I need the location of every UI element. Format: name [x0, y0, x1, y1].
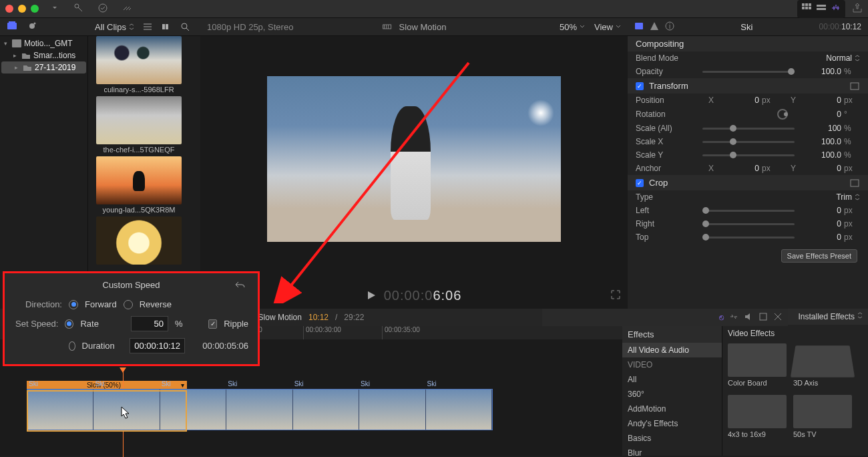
- library-icon[interactable]: [7, 21, 17, 33]
- effect-tile[interactable]: 50s TV: [793, 395, 852, 438]
- crop-type-dropdown[interactable]: Trim: [836, 192, 860, 202]
- opacity-value[interactable]: 100.0: [801, 67, 841, 76]
- svg-text:i: i: [669, 23, 670, 30]
- effects-cat-item[interactable]: AddMotion: [622, 402, 722, 416]
- effects-cat-item[interactable]: Basics: [622, 431, 722, 446]
- save-preset-button[interactable]: Save Effects Preset: [781, 249, 857, 263]
- opacity-slider[interactable]: [702, 71, 795, 73]
- svg-rect-9: [817, 8, 826, 10]
- installed-effects-dropdown[interactable]: Installed Effects: [799, 312, 863, 321]
- speed-rate-radio[interactable]: [65, 319, 73, 329]
- viewer-timecode: 00:00:06:06: [384, 288, 462, 303]
- sidebar-item-smart[interactable]: ▸Smar...tions: [0, 49, 87, 61]
- effect-thumbnail: [728, 395, 787, 428]
- ripple-checkbox[interactable]: [208, 319, 217, 329]
- undo-button[interactable]: [235, 280, 246, 291]
- crop-top-field[interactable]: 0: [801, 233, 841, 242]
- effect-tile[interactable]: Color Board: [728, 343, 787, 387]
- transform-reset-icon[interactable]: [849, 82, 860, 91]
- info-inspector-icon[interactable]: i: [665, 21, 674, 33]
- chevron-updown-icon: [129, 23, 134, 30]
- browser-clip[interactable]: culinary-s...-5968LFR: [88, 36, 200, 96]
- zoom-dropdown[interactable]: 50%: [560, 22, 585, 32]
- import-icon[interactable]: [49, 3, 60, 15]
- effects-cat-item[interactable]: Blur: [622, 446, 722, 457]
- svg-point-1: [99, 4, 107, 12]
- speed-duration-radio[interactable]: [69, 341, 75, 351]
- view-dropdown[interactable]: View: [594, 22, 621, 32]
- background-tasks-icon[interactable]: [97, 3, 108, 15]
- close-icon[interactable]: [5, 5, 13, 13]
- effects-tab-icon[interactable]: ⎋: [719, 313, 724, 322]
- crop-top-slider[interactable]: [702, 237, 795, 239]
- close-panel-icon[interactable]: [773, 312, 783, 323]
- minimize-icon[interactable]: [18, 5, 26, 13]
- crop-left-field[interactable]: 0: [801, 206, 841, 215]
- timeline-clip[interactable]: Ski Ski Ski Ski Ski Ski Ski: [27, 389, 493, 430]
- video-inspector-icon[interactable]: [634, 21, 644, 33]
- scale-y-slider[interactable]: [702, 154, 795, 156]
- anchor-y-field[interactable]: 0: [801, 164, 841, 173]
- crop-checkbox[interactable]: [636, 179, 644, 187]
- crop-header[interactable]: Crop: [628, 175, 868, 190]
- scale-x-slider[interactable]: [702, 141, 795, 143]
- filmstrip-view-icon[interactable]: [161, 21, 172, 32]
- sidebar-item-date[interactable]: ▸27-11-2019: [1, 61, 86, 73]
- audio-tab-icon[interactable]: [744, 312, 753, 323]
- direction-forward-radio[interactable]: [69, 300, 78, 309]
- share-tab-icon[interactable]: [758, 312, 768, 323]
- search-icon[interactable]: [180, 21, 190, 32]
- scale-all-slider[interactable]: [702, 128, 795, 130]
- effect-tile[interactable]: 4x3 to 16x9: [728, 395, 787, 438]
- direction-reverse-radio[interactable]: [124, 300, 133, 309]
- crop-right-slider[interactable]: [702, 223, 795, 225]
- timeline-layout-icon[interactable]: [816, 3, 827, 15]
- rotation-field[interactable]: 0: [801, 110, 841, 119]
- scale-all-field[interactable]: 100: [801, 124, 841, 133]
- transform-checkbox[interactable]: [636, 82, 644, 90]
- clip-browser: culinary-s...-5968LFR the-chef-i...5TGNE…: [88, 36, 200, 309]
- svg-rect-7: [809, 7, 811, 9]
- clip-thumbnail: [96, 156, 182, 204]
- scale-y-field[interactable]: 100.0: [801, 150, 841, 160]
- duration-field[interactable]: 00:00:10:12: [130, 338, 185, 353]
- clips-filter-dropdown[interactable]: All Clips: [95, 22, 134, 32]
- list-view-icon[interactable]: [142, 21, 153, 32]
- retime-menu-icon: [382, 21, 393, 32]
- crop-reset-icon[interactable]: [849, 178, 860, 188]
- effects-cat-item[interactable]: All: [622, 372, 722, 387]
- anchor-x-field[interactable]: 0: [719, 164, 759, 173]
- blend-mode-dropdown[interactable]: Normal: [826, 53, 860, 63]
- sidebar-item-motion[interactable]: ▾Motio..._GMT: [0, 37, 87, 49]
- effects-cat-all[interactable]: All Video & Audio: [622, 343, 722, 357]
- color-inspector-icon[interactable]: [650, 22, 658, 32]
- play-button[interactable]: [367, 288, 376, 303]
- crop-left-slider[interactable]: [702, 210, 795, 212]
- transform-header[interactable]: Transform: [628, 78, 868, 94]
- share-icon[interactable]: [852, 3, 863, 15]
- effects-cat-item[interactable]: 360°: [622, 387, 722, 402]
- rate-value-field[interactable]: 50: [131, 316, 168, 331]
- transitions-tab-icon[interactable]: [729, 312, 738, 323]
- browser-clip[interactable]: the-chef-i...5TGNEQF: [88, 96, 200, 156]
- titles-icon[interactable]: [47, 21, 57, 33]
- effect-tile[interactable]: 3D Axis: [793, 343, 852, 387]
- scale-x-field[interactable]: 100.0: [801, 137, 841, 146]
- enhance-icon[interactable]: [122, 3, 132, 15]
- browser-layout-icon[interactable]: [801, 3, 812, 15]
- effects-cat-item[interactable]: Andy's Effects: [622, 416, 722, 431]
- crop-right-field[interactable]: 0: [801, 219, 841, 228]
- photos-icon[interactable]: [27, 21, 37, 33]
- position-y-field[interactable]: 0: [801, 96, 841, 105]
- browser-clip[interactable]: [88, 216, 200, 269]
- position-x-field[interactable]: 0: [719, 96, 759, 105]
- rotation-dial[interactable]: [777, 109, 788, 120]
- timeline-position: 10:12: [308, 313, 329, 322]
- viewer-frame[interactable]: [267, 76, 561, 242]
- maximize-icon[interactable]: [31, 5, 39, 13]
- browser-clip[interactable]: young-lad...5QK3R8M: [88, 156, 200, 216]
- inspector-layout-icon[interactable]: [831, 3, 841, 15]
- fullscreen-button[interactable]: [610, 288, 621, 303]
- keyword-icon[interactable]: [73, 3, 84, 15]
- cursor-icon: [121, 406, 130, 420]
